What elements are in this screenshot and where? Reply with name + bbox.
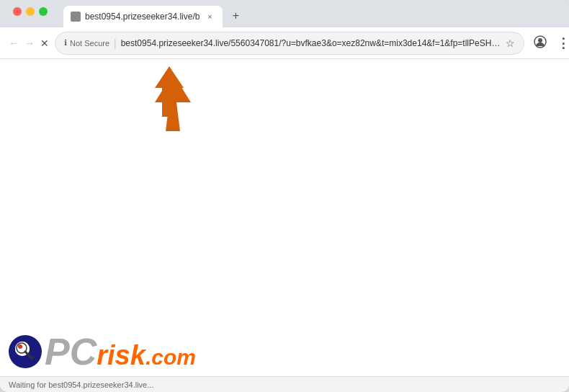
back-button[interactable]: ←	[9, 33, 19, 53]
page-content: PC risk .com	[0, 59, 569, 376]
window-close-button[interactable]	[13, 7, 22, 16]
svg-point-2	[538, 38, 542, 43]
browser-window: best0954.prizeseeker34.live/b × + ← → ✕ …	[0, 0, 569, 392]
pcrisk-risk-text: risk	[97, 342, 145, 369]
pcrisk-logo-icon	[9, 335, 42, 368]
profile-button[interactable]	[530, 33, 550, 53]
close-icon: ✕	[40, 37, 49, 49]
separator: |	[114, 37, 117, 49]
window-controls	[7, 7, 53, 23]
security-indicator: ℹ Not Secure	[64, 38, 109, 48]
svg-line-9	[25, 352, 32, 359]
pcrisk-com-text: .com	[145, 347, 196, 368]
info-icon: ℹ	[64, 38, 67, 48]
status-bar: Waiting for best0954.prizeseeker34.live.…	[0, 376, 569, 392]
pcrisk-pc-text: PC	[45, 333, 97, 370]
window-minimize-button[interactable]	[26, 7, 35, 16]
svg-point-0	[73, 14, 79, 19]
svg-point-8	[18, 344, 22, 349]
profile-icon	[534, 35, 547, 50]
tab-bar-inner: best0954.prizeseeker34.live/b × +	[6, 6, 563, 27]
forward-icon: →	[24, 37, 35, 49]
bookmark-icon[interactable]: ☆	[506, 37, 515, 49]
address-bar[interactable]: ℹ Not Secure | best0954.prizeseeker34.li…	[55, 32, 524, 55]
tab-close-button[interactable]: ×	[204, 11, 215, 22]
address-bar-actions: ☆	[506, 37, 515, 49]
active-tab[interactable]: best0954.prizeseeker34.live/b ×	[63, 6, 223, 27]
tab-favicon	[71, 12, 81, 22]
toolbar: ← → ✕ ℹ Not Secure | best0954.prizeseeke…	[0, 27, 569, 59]
pcrisk-watermark: PC risk .com	[0, 327, 205, 376]
tab-bar: best0954.prizeseeker34.live/b × +	[0, 0, 569, 27]
back-icon: ←	[9, 37, 19, 49]
menu-button[interactable]: ⋮	[553, 33, 569, 53]
status-text: Waiting for best0954.prizeseeker34.live.…	[9, 380, 153, 389]
menu-icon: ⋮	[557, 35, 569, 51]
pcrisk-brand-text: PC risk .com	[45, 333, 196, 370]
forward-button[interactable]: →	[24, 33, 35, 53]
new-tab-button[interactable]: +	[225, 6, 246, 26]
url-text: best0954.prizeseeker34.live/5560347081/?…	[121, 38, 502, 48]
svg-marker-4	[155, 66, 184, 117]
tab-title: best0954.prizeseeker34.live/b	[85, 12, 200, 22]
toolbar-actions: ⋮	[530, 33, 569, 53]
arrow-up-svg	[151, 66, 187, 117]
window-maximize-button[interactable]	[39, 7, 48, 16]
reload-button[interactable]: ✕	[40, 33, 49, 53]
security-label: Not Secure	[70, 39, 109, 48]
pcrisk-icon-svg	[12, 339, 38, 365]
